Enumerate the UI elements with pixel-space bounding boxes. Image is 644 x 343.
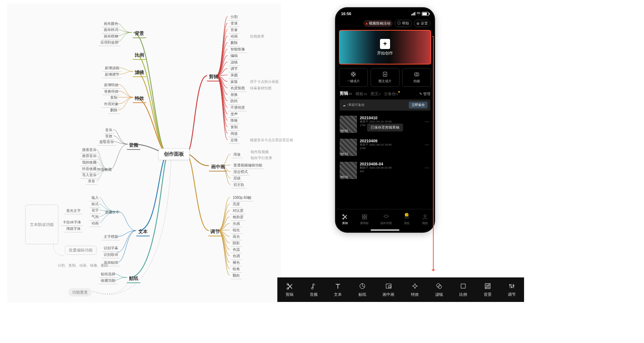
- leaf: 输入: [89, 195, 101, 201]
- tab-edit[interactable]: 剪辑35: [340, 90, 352, 97]
- draft-item[interactable]: b0:13 20210409 更新于 2021.04.10 18:4027M ⋯: [340, 136, 430, 159]
- tabbar-edit[interactable]: 剪辑: [342, 214, 348, 225]
- tool-label: 特效: [411, 292, 419, 297]
- branch-text: 文本: [136, 228, 150, 236]
- tool-label: 贴纸: [358, 292, 366, 297]
- svg-rect-12: [365, 215, 367, 217]
- tool-label: 音频: [310, 292, 318, 297]
- leaf: 变速: [228, 20, 240, 27]
- tool-label: 文本: [334, 292, 342, 297]
- film-icon: [350, 71, 356, 77]
- draft-thumb: Þ0:22: [340, 162, 357, 179]
- backup-now-button[interactable]: 立即备份: [409, 102, 428, 108]
- leaf: 卡拉ok字体: [61, 219, 83, 226]
- tabbar-academy[interactable]: 创作学院: [380, 214, 392, 225]
- leaf: 色度抠图: [228, 85, 247, 92]
- leaf: 画布样式: [102, 27, 120, 34]
- card-autocut[interactable]: 一键成片: [339, 68, 368, 87]
- leaf: 文字模版: [102, 233, 120, 240]
- help-button[interactable]: ⓘ 帮助: [395, 20, 412, 27]
- leaf: 饱和度: [231, 214, 246, 221]
- leaf: 用途: [231, 151, 243, 158]
- tool-filter[interactable]: 滤镜: [435, 282, 443, 297]
- tool-square[interactable]: 比例: [459, 282, 467, 297]
- draft-title: 20210408-04: [360, 162, 392, 166]
- svg-point-8: [416, 74, 418, 75]
- card-shoot[interactable]: 拍摄: [402, 68, 431, 87]
- tabbar-messages[interactable]: 3消息: [403, 214, 410, 225]
- svg-rect-13: [362, 217, 364, 219]
- leaf: 复制: [228, 124, 240, 131]
- leaf: 复制: [108, 94, 120, 101]
- backup-bar: ☁ ↑草稿可备份 立即备份: [340, 99, 430, 111]
- more-icon[interactable]: ⋯: [425, 119, 430, 124]
- leaf: 对比度: [231, 208, 246, 214]
- leaf: 音量: [228, 27, 240, 34]
- leaf: 发光文字: [64, 208, 83, 214]
- leaf: 录音: [86, 178, 97, 185]
- leaf: 色温: [231, 246, 242, 253]
- leaf: 新增滤镜: [103, 65, 121, 72]
- tab-template[interactable]: 模板59: [355, 91, 367, 97]
- leaf: 滤镜: [228, 59, 240, 66]
- settings-button[interactable]: ⚙ 设置: [414, 20, 430, 27]
- draft-item[interactable]: 00:28 20210410 更新于 2021.04.10 19:5617M ⋯: [340, 113, 430, 136]
- svg-point-15: [424, 215, 426, 217]
- leaf: 我的收藏: [80, 159, 99, 166]
- wifi-icon: [416, 12, 421, 15]
- tabbar-me[interactable]: 我的: [422, 214, 428, 225]
- tool-label: 调节: [508, 292, 516, 297]
- hero-create[interactable]: + 开始创作: [339, 30, 431, 64]
- manage-button[interactable]: ✎ 管理: [419, 92, 430, 97]
- leaf: 定格: [228, 137, 240, 144]
- callout-dup: 功能重复: [68, 288, 91, 297]
- activity-pill[interactable]: ●视频投稿活动: [363, 20, 393, 27]
- leaf: 1080p 60帧: [231, 195, 254, 201]
- tool-label: 画中画: [383, 292, 394, 297]
- note: 用于卡点拆分画面: [248, 79, 281, 85]
- branch-fx: 特效: [133, 94, 146, 103]
- cloud-icon: ☁: [343, 103, 346, 107]
- tool-sparkle[interactable]: 特效: [411, 282, 419, 297]
- leaf: 亮度: [231, 201, 242, 208]
- branch-pip: 画中画: [209, 163, 227, 172]
- callout-arrow-v: [433, 36, 434, 270]
- tab-text[interactable]: 图文2: [371, 91, 380, 97]
- tab-cloud[interactable]: 云备份0: [384, 91, 399, 97]
- leaf: 智能抠像: [228, 46, 247, 53]
- tabbar-same[interactable]: 剪同款: [360, 214, 369, 225]
- draft-item[interactable]: Þ0:22 20210408-04 翻新于 2021.04.08 01:586M…: [340, 159, 430, 182]
- leaf: 提取音乐: [97, 139, 116, 146]
- tool-label: 滤镜: [435, 292, 443, 297]
- leaf: 不透明度: [228, 104, 247, 111]
- svg-point-26: [509, 284, 511, 286]
- svg-point-28: [513, 285, 514, 286]
- tool-pip[interactable]: 画中画: [383, 282, 394, 297]
- cap-icon: [383, 214, 389, 220]
- more-icon[interactable]: ⋯: [425, 165, 430, 170]
- svg-point-27: [511, 286, 513, 288]
- status-bar: 16:56: [336, 8, 434, 18]
- tool-sliders[interactable]: 调节: [508, 282, 516, 297]
- tool-text[interactable]: 文本: [334, 282, 342, 297]
- tool-hatch[interactable]: 背景: [484, 282, 492, 297]
- leaf: 色调: [231, 253, 242, 260]
- user-icon: [422, 214, 428, 220]
- leaf: 识别字幕: [102, 245, 120, 252]
- branch-ratio: 比例: [133, 51, 146, 60]
- draft-thumb: 00:28: [340, 116, 357, 133]
- svg-point-23: [438, 285, 442, 289]
- pie-icon: [359, 282, 366, 290]
- leaf: 降噪: [228, 117, 240, 124]
- phone-topbar: ●视频投稿活动 ⓘ 帮助 ⚙ 设置: [336, 18, 434, 27]
- mindmap-root: 创作面板: [158, 148, 189, 160]
- card-text2video[interactable]: A图文成片: [371, 68, 399, 87]
- draft-info: 更新于 2021.04.10 18:4027M: [360, 143, 392, 151]
- more-icon[interactable]: ⋯: [425, 142, 430, 147]
- leaf: 变声: [228, 111, 240, 118]
- leaf: 蒙版: [228, 79, 240, 85]
- tool-note[interactable]: 音频: [310, 282, 318, 297]
- tool-scissors[interactable]: 剪辑: [286, 282, 294, 297]
- tool-pie[interactable]: 贴纸: [358, 282, 366, 297]
- svg-text:A: A: [384, 73, 386, 76]
